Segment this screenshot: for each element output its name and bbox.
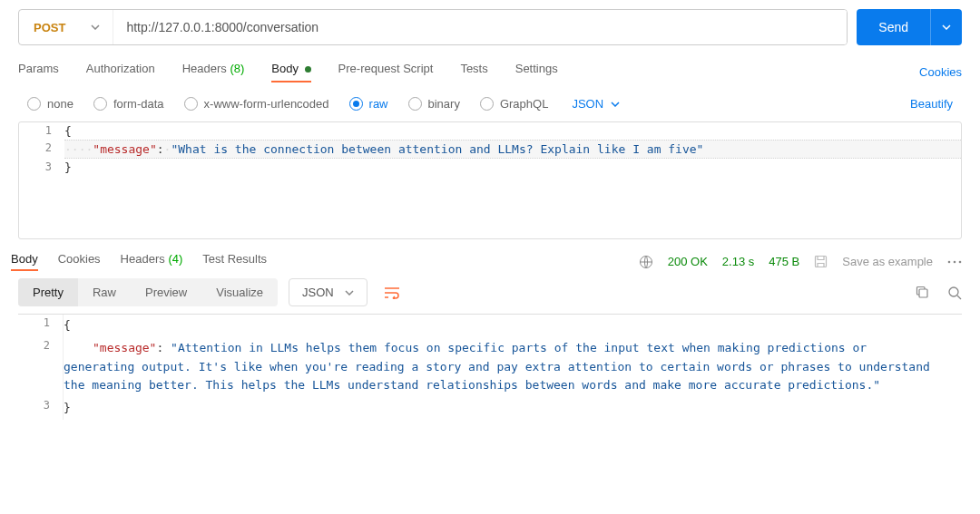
response-key: "message" (93, 341, 156, 354)
request-value: "What is the connection between attentio… (171, 142, 703, 156)
tab-headers-label: Headers (182, 62, 227, 75)
tab-params[interactable]: Params (18, 62, 59, 82)
response-tab-test-results[interactable]: Test Results (202, 252, 267, 271)
svg-point-2 (948, 260, 951, 263)
beautify-button[interactable]: Beautify (910, 97, 953, 111)
response-headers-count-badge: (4) (168, 252, 182, 266)
response-view-row: Pretty Raw Preview Visualize JSON (0, 278, 980, 314)
response-tab-body[interactable]: Body (11, 252, 38, 271)
response-tabs: Body Cookies Headers (4) Test Results 20… (0, 239, 980, 278)
body-type-row: none form-data x-www-form-urlencoded raw… (0, 92, 980, 121)
request-tabs: Params Authorization Headers (8) Body Pr… (0, 45, 980, 92)
tab-tests[interactable]: Tests (460, 62, 487, 82)
radio-form-data[interactable]: form-data (93, 97, 164, 111)
svg-rect-1 (816, 257, 827, 267)
view-visualize[interactable]: Visualize (201, 278, 278, 306)
http-method-select[interactable]: POST (19, 10, 113, 44)
request-bar: POST Send (0, 0, 980, 45)
url-input[interactable] (113, 10, 847, 44)
save-as-example-button[interactable]: Save as example (842, 255, 933, 268)
radio-graphql[interactable]: GraphQL (480, 97, 548, 111)
status-time: 2.13 s (722, 255, 754, 268)
tab-body-label: Body (271, 62, 299, 75)
view-preview[interactable]: Preview (131, 278, 201, 306)
save-icon[interactable] (814, 255, 828, 268)
send-button[interactable]: Send (857, 9, 930, 45)
svg-point-3 (954, 260, 956, 263)
response-body-editor[interactable]: 1{ 2"message": "Attention in LLMs helps … (18, 314, 962, 420)
method-url-group: POST (18, 9, 848, 45)
request-body-editor[interactable]: 1{ 2····"message":·"What is the connecti… (18, 121, 962, 239)
send-button-group: Send (857, 9, 962, 45)
view-raw[interactable]: Raw (78, 278, 131, 306)
response-value: "Attention in LLMs helps them focus on s… (64, 341, 937, 393)
http-method-label: POST (34, 21, 65, 34)
view-pretty[interactable]: Pretty (18, 278, 78, 306)
wrap-lines-button[interactable] (378, 281, 406, 305)
svg-rect-5 (919, 289, 927, 297)
body-language-select[interactable]: JSON (572, 97, 620, 111)
search-icon[interactable] (947, 286, 962, 300)
cookies-link[interactable]: Cookies (919, 65, 962, 79)
chevron-down-icon (91, 24, 100, 30)
svg-point-4 (959, 260, 962, 263)
chevron-down-icon (611, 102, 620, 107)
send-options-button[interactable] (930, 9, 962, 45)
chevron-down-icon (345, 290, 354, 296)
headers-count-badge: (8) (230, 62, 244, 75)
radio-binary[interactable]: binary (408, 97, 460, 111)
status-size: 475 B (769, 255, 799, 268)
more-icon[interactable] (947, 260, 962, 264)
tab-settings[interactable]: Settings (515, 62, 558, 82)
response-tab-cookies[interactable]: Cookies (58, 252, 101, 271)
status-code: 200 OK (668, 255, 708, 268)
tab-prerequest[interactable]: Pre-request Script (338, 62, 434, 82)
chevron-down-icon (942, 24, 951, 30)
radio-urlencoded[interactable]: x-www-form-urlencoded (184, 97, 329, 111)
body-indicator-dot (305, 66, 311, 73)
copy-icon[interactable] (916, 286, 929, 300)
radio-raw[interactable]: raw (349, 97, 388, 111)
tab-headers[interactable]: Headers (8) (182, 62, 245, 82)
response-tab-headers[interactable]: Headers (4) (121, 252, 183, 271)
view-mode-group: Pretty Raw Preview Visualize (18, 278, 278, 306)
tab-authorization[interactable]: Authorization (86, 62, 155, 82)
response-format-select[interactable]: JSON (289, 278, 368, 306)
request-key: "message" (93, 142, 156, 156)
response-status: 200 OK 2.13 s 475 B Save as example (639, 255, 962, 269)
globe-icon[interactable] (639, 255, 653, 269)
radio-none[interactable]: none (27, 97, 74, 111)
tab-body[interactable]: Body (271, 62, 310, 82)
svg-point-6 (949, 287, 958, 296)
